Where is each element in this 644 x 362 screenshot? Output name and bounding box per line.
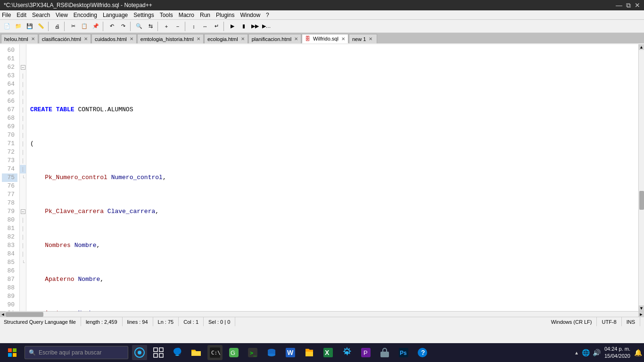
taskbar-sys-tray: ▲ 🌐 🔊 [574,349,601,356]
minimize-button[interactable]: — [616,1,622,9]
menu-encoding[interactable]: Encoding [74,12,97,18]
taskbar-app-purple[interactable]: P [358,345,373,360]
tab-cuidados-close[interactable]: ✕ [130,36,133,41]
tab-clasificacion[interactable]: clasificación.html ✕ [39,34,91,43]
network-icon[interactable]: 🌐 [582,349,590,356]
tab-new1-label: new 1 [352,36,366,42]
notification-icon[interactable]: 🔔 [634,349,642,356]
toolbar-zoom-out[interactable]: − [173,21,183,32]
scroll-left-button[interactable]: ◄ [0,312,6,317]
toolbar-macro-play[interactable]: ▶▶ [250,21,260,32]
search-icon: 🔍 [29,349,36,356]
tab-new1-close[interactable]: ✕ [369,36,372,41]
toolbar-wrap[interactable]: ↵ [211,21,222,32]
toolbar-redo[interactable]: ↷ [118,21,128,32]
status-encoding: UTF-8 [597,317,621,326]
toolbar-sync-v[interactable]: ↕ [189,21,199,32]
start-button[interactable] [2,344,23,361]
menu-view[interactable]: View [56,12,68,18]
toolbar-macro-save[interactable]: ▶… [261,21,272,32]
tab-helou[interactable]: helou.html ✕ [1,34,38,43]
toolbar-paste[interactable]: 📌 [91,21,101,32]
toolbar-save-all[interactable]: 📏 [36,21,46,32]
tab-planificacion[interactable]: planificacion.html ✕ [248,34,301,43]
code-line-62: ( [30,140,638,148]
menu-search[interactable]: Search [32,12,50,18]
code-line-64: Pk_Clave_carrera Clave_carrera, [30,207,638,216]
toolbar-new[interactable]: 📄 [2,21,12,32]
tab-helou-close[interactable]: ✕ [31,36,35,41]
menu-settings[interactable]: Settings [133,12,154,18]
status-lines: lines : 94 [123,317,153,326]
taskbar-photoshop[interactable]: Ps [396,345,411,360]
toolbar-copy[interactable]: 📋 [79,21,90,32]
taskbar-settings-icon[interactable] [339,345,355,360]
toolbar-find[interactable]: 🔍 [134,21,144,32]
tab-emtologia-close[interactable]: ✕ [197,36,200,41]
scroll-up-button[interactable]: ▲ [639,44,644,50]
taskbar-cortana[interactable] [132,345,147,360]
svg-text:G: G [231,349,235,356]
scroll-thumb[interactable] [639,191,644,210]
vertical-scrollbar[interactable]: ▲ ▼ [638,44,644,311]
taskbar-edge[interactable] [170,345,185,360]
tab-planificacion-close[interactable]: ✕ [294,36,298,41]
toolbar-open[interactable]: 📁 [13,21,24,32]
toolbar-save[interactable]: 💾 [25,21,35,32]
taskbar-app-green[interactable]: G [226,345,241,360]
menu-run[interactable]: Run [200,12,210,18]
tab-wilfrido-close[interactable]: ✕ [341,36,345,41]
menu-help[interactable]: ? [266,12,269,18]
maximize-button[interactable]: ⧉ [626,1,631,9]
toolbar-zoom-in[interactable]: + [161,21,172,32]
code-line-65: Nombres Nombre, [30,241,638,250]
tab-ecologia-close[interactable]: ✕ [241,36,245,41]
toolbar-macro-stop[interactable]: ▮ [239,21,249,32]
taskbar-excel[interactable]: X [321,345,336,360]
menu-tools[interactable]: Tools [160,12,173,18]
volume-icon[interactable]: 🔊 [593,349,601,356]
scroll-down-button[interactable]: ▼ [639,305,644,311]
tab-new1[interactable]: new 1 ✕ [349,34,377,43]
taskbar-taskview[interactable] [151,345,166,360]
taskbar-clock[interactable]: 04:24 p. m. 15/04/2020 [604,346,630,360]
taskbar-files[interactable] [302,345,317,360]
fold-62[interactable]: − [21,65,25,70]
menu-plugins[interactable]: Plugins [216,12,234,18]
menu-macro[interactable]: Macro [179,12,194,18]
taskbar-word[interactable]: W [283,345,298,360]
toolbar-sep-4 [130,22,132,31]
toolbar-print[interactable]: 🖨 [52,21,62,32]
toolbar-cut[interactable]: ✂ [68,21,78,32]
menu-file[interactable]: File [2,12,11,18]
taskbar-search[interactable]: 🔍 Escribe aquí para buscar [25,346,128,359]
menu-edit[interactable]: Edit [17,12,26,18]
taskbar-help[interactable]: ? [415,345,430,360]
taskbar-app-dark[interactable]: >_ [245,345,260,360]
horizontal-scrollbar[interactable]: ◄ ► [0,311,644,317]
menu-language[interactable]: Language [103,12,128,18]
taskbar-terminal[interactable]: C:\ [207,345,223,360]
toolbar-undo[interactable]: ↶ [107,21,117,32]
toolbar-macro-rec[interactable]: ▶ [227,21,238,32]
tab-clasificacion-close[interactable]: ✕ [84,36,88,41]
code-area[interactable]: CREATE TABLE CONTROL.ALUMNOS ( Pk_Numero… [26,44,638,311]
tab-emtologia[interactable]: emtologia_historia.html ✕ [137,34,204,43]
tab-wilfrido[interactable]: 🗄 Wilfrido.sql ✕ [302,34,348,43]
tab-wilfrido-icon: 🗄 [305,36,310,41]
tab-ecologia[interactable]: ecologia.html ✕ [204,34,248,43]
hscroll-thumb[interactable] [6,312,43,317]
chevron-up-icon[interactable]: ▲ [574,350,579,355]
scroll-right-button[interactable]: ► [638,312,644,317]
taskbar-app-lock[interactable] [377,345,392,360]
toolbar-sync-h[interactable]: ↔ [200,21,210,32]
menu-window[interactable]: Window [240,12,260,18]
close-button[interactable]: ✕ [635,1,640,9]
tab-cuidados[interactable]: cuidados.html ✕ [91,34,137,43]
taskbar-app-db[interactable] [264,345,279,360]
taskbar-explorer[interactable] [189,345,204,360]
taskbar-right: ▲ 🌐 🔊 04:24 p. m. 15/04/2020 🔔 [574,346,642,360]
toolbar-replace[interactable]: ⇆ [145,21,156,32]
svg-rect-26 [380,352,389,357]
fold-81[interactable]: − [21,209,25,214]
